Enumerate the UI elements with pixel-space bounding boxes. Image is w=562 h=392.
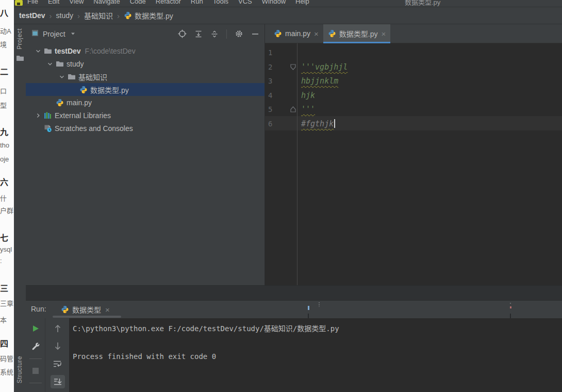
- hide-panel-icon: [251, 30, 259, 38]
- menu-item-navigate[interactable]: Navigate: [93, 0, 120, 5]
- run-console[interactable]: C:\python3\python.exe F:/code/testDev/st…: [69, 318, 562, 392]
- breadcrumb-item[interactable]: testDev: [19, 11, 45, 20]
- settings-gear-icon[interactable]: [235, 29, 243, 38]
- locate-file-icon[interactable]: [178, 29, 187, 38]
- editor-line[interactable]: 4hjk: [265, 88, 562, 103]
- editor-line[interactable]: 1: [265, 45, 562, 60]
- editor-tab[interactable]: 数据类型.py×: [323, 24, 390, 43]
- rerun-button[interactable]: [28, 322, 43, 335]
- menu-item-refactor[interactable]: Refactor: [156, 0, 181, 5]
- chevron-right-icon[interactable]: [32, 112, 44, 119]
- tree-item-label: 基础知识: [78, 72, 107, 82]
- soft-wrap-icon: [53, 360, 62, 368]
- run-tab-underline: [53, 316, 121, 318]
- python-icon: [61, 305, 69, 314]
- menu-item-code[interactable]: Code: [130, 0, 146, 5]
- menu-item-vcs[interactable]: VCS: [238, 0, 252, 5]
- background-text-fragment: 型: [0, 100, 7, 110]
- folder-icon: [68, 73, 76, 81]
- stop-button[interactable]: [28, 365, 43, 377]
- menu-item-run[interactable]: Run: [191, 0, 203, 5]
- close-icon[interactable]: ×: [105, 305, 110, 314]
- close-icon[interactable]: ×: [381, 30, 386, 38]
- background-text-fragment: 系统: [0, 367, 13, 377]
- background-text-fragment: 户群: [0, 205, 13, 215]
- chevron-down-icon[interactable]: [56, 74, 68, 80]
- background-text-fragment: 动A: [0, 26, 11, 36]
- tree-row[interactable]: 数据类型.py: [26, 83, 265, 96]
- fold-start-icon[interactable]: [290, 64, 296, 70]
- background-text-fragment: 九: [0, 125, 8, 138]
- menu-item-tools[interactable]: Tools: [213, 0, 228, 5]
- background-text-fragment: 二: [0, 65, 8, 77]
- restore-layout-button[interactable]: [28, 389, 43, 392]
- tool-window-stripe: Project Structure: [14, 24, 26, 392]
- run-panel: Run: 数据类型 ×: [26, 300, 562, 392]
- run-config-selector[interactable]: 数据类型.py: [405, 0, 440, 7]
- background-text-fragment: 三章: [0, 298, 13, 308]
- tree-item-path: F:\code\testDev: [85, 47, 136, 55]
- tree-item-label: testDev: [55, 47, 81, 55]
- editor-tab[interactable]: main.py×: [269, 24, 323, 43]
- background-text-fragment: ysql: [0, 246, 12, 253]
- down-stacktrace-button[interactable]: [51, 340, 65, 352]
- up-stacktrace-button[interactable]: [51, 322, 65, 335]
- menu-bar: FileEditViewNavigateCodeRefactorRunTools…: [14, 0, 562, 7]
- fold-end-icon[interactable]: [290, 106, 296, 112]
- menu-item-window[interactable]: Window: [262, 0, 286, 5]
- editor-tab-bar: main.py×数据类型.py×: [265, 24, 562, 43]
- breadcrumb-item[interactable]: study: [56, 11, 73, 20]
- background-text-fragment: 什: [0, 193, 7, 203]
- tree-row[interactable]: main.py: [26, 96, 265, 109]
- fold-end: [290, 106, 296, 112]
- menu-item-view[interactable]: View: [69, 0, 84, 5]
- console-line: C:\python3\python.exe F:/code/testDev/st…: [73, 322, 562, 336]
- soft-wrap-button[interactable]: [51, 357, 65, 370]
- expand-all-icon: [194, 30, 203, 38]
- breadcrumb-item[interactable]: 数据类型.py: [135, 10, 173, 21]
- menu-item-edit[interactable]: Edit: [48, 0, 59, 5]
- collapse-all-icon[interactable]: [210, 30, 219, 38]
- editor-bottom-strip: [26, 285, 562, 301]
- scroll-to-end-button[interactable]: [51, 375, 65, 388]
- editor-line[interactable]: 3hbjjnklm: [265, 74, 562, 88]
- editor-content[interactable]: 12'''vgbjhjl3hbjjnklm4hjk5'''6#fgthjk: [265, 43, 562, 285]
- editor-tab-label: main.py: [285, 29, 310, 38]
- editor-line[interactable]: 5''': [265, 102, 562, 117]
- edit-configuration-button[interactable]: [28, 340, 43, 353]
- stripe-project-button[interactable]: Project: [16, 28, 23, 50]
- libraries-icon: [44, 111, 52, 120]
- down-arrow-icon: [53, 341, 62, 351]
- code-text: ''': [301, 105, 315, 114]
- tree-row[interactable]: testDevF:\code\testDev: [26, 44, 265, 57]
- tree-row[interactable]: 基础知识: [26, 70, 265, 83]
- console-line: Process finished with exit code 0: [73, 350, 562, 364]
- breadcrumb-item[interactable]: 基础知识: [84, 10, 113, 21]
- project-panel: Project testDevF:\code\testDevstudy基础知识数…: [26, 24, 265, 285]
- tree-row[interactable]: Scratches and Consoles: [26, 122, 265, 135]
- code-text: hjk: [301, 91, 315, 100]
- expand-all-icon[interactable]: [194, 30, 203, 38]
- chevron-down-icon[interactable]: [71, 31, 75, 36]
- tree-row[interactable]: External Libraries: [26, 109, 265, 122]
- stripe-structure-button[interactable]: Structure: [16, 356, 23, 383]
- hide-panel-icon[interactable]: [251, 30, 259, 38]
- close-icon[interactable]: ×: [314, 30, 319, 38]
- chevron-down-icon[interactable]: [44, 61, 56, 67]
- breadcrumb-separator: ›: [117, 11, 120, 20]
- editor-line[interactable]: 6#fgthjk: [265, 117, 562, 131]
- project-panel-header: Project: [26, 24, 265, 43]
- menu-item-file[interactable]: File: [27, 0, 38, 5]
- menu-item-help[interactable]: Help: [295, 0, 309, 5]
- breadcrumb-separator: ›: [49, 11, 52, 20]
- editor-line[interactable]: 2'''vgbjhjl: [265, 60, 562, 74]
- python-icon: [61, 305, 69, 314]
- background-text-fragment: 六: [0, 175, 8, 188]
- wrench-icon: [31, 342, 40, 351]
- app-icon[interactable]: [15, 0, 23, 6]
- python-icon: [328, 29, 336, 38]
- background-text-fragment: 七: [0, 231, 8, 243]
- chevron-down-icon[interactable]: [32, 48, 44, 54]
- tree-row[interactable]: study: [26, 57, 265, 70]
- tree-item-label: study: [67, 60, 84, 68]
